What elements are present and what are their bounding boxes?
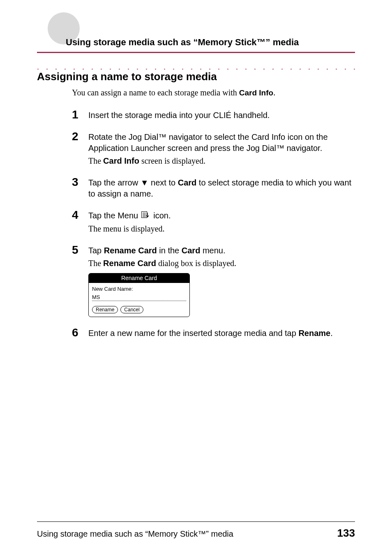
t: in the (157, 246, 182, 255)
step-4-sub: The menu is displayed. (88, 223, 171, 234)
step-2: 2 Rotate the Jog Dial™ navigator to sele… (72, 132, 355, 167)
step-body: Tap the arrow ▼ next to Card to select s… (88, 177, 355, 199)
rename-card-dialog: Rename Card New Card Name: MS Rename Can… (88, 273, 190, 317)
intro-bold: Card Info (239, 88, 273, 97)
t: Tap the arrow ▼ next to (88, 178, 178, 187)
step-body: Enter a new name for the inserted storag… (88, 328, 333, 339)
step-1: 1 Insert the storage media into your CLI… (72, 110, 355, 121)
menu-icon (141, 211, 150, 222)
t: menu. (200, 246, 225, 255)
step-number: 4 (72, 209, 81, 234)
step-body: Tap Rename Card in the Card menu. The Re… (88, 245, 236, 317)
t: Card (182, 246, 201, 255)
intro-text: You can assign a name to each storage me… (72, 88, 355, 97)
new-card-name-input[interactable]: MS (92, 294, 186, 301)
new-card-name-label: New Card Name: (92, 285, 186, 293)
page-number: 133 (337, 527, 355, 540)
step-1-text: Insert the storage media into your CLIÉ … (88, 111, 270, 120)
t: Card Info (103, 156, 139, 165)
footer-text: Using storage media such as “Memory Stic… (37, 529, 233, 539)
intro-post: . (273, 88, 275, 97)
step-4: 4 Tap the Menu icon. The menu is display… (72, 210, 355, 234)
t: Enter a new name for the inserted storag… (88, 329, 298, 338)
step-2-sub: The Card Info screen is displayed. (88, 155, 355, 167)
breadcrumb: Using storage media such as “Memory Stic… (37, 37, 355, 48)
t: Tap the Menu (88, 211, 141, 220)
step-3: 3 Tap the arrow ▼ next to Card to select… (72, 177, 355, 199)
t: The (88, 156, 103, 165)
step-number: 3 (72, 176, 81, 199)
step-body: Insert the storage media into your CLIÉ … (88, 110, 270, 121)
header-divider (37, 52, 355, 53)
t: Rename (298, 329, 330, 338)
t: The (88, 259, 103, 268)
t: icon. (151, 211, 171, 220)
dialog-title: Rename Card (89, 273, 189, 283)
t: Rename Card (103, 259, 156, 268)
step-5-sub: The Rename Card dialog box is displayed. (88, 258, 236, 269)
step-body: Tap the Menu icon. The menu is displayed… (88, 210, 171, 234)
step-body: Rotate the Jog Dial™ navigator to select… (88, 132, 355, 167)
t: dialog box is displayed. (156, 259, 236, 268)
intro-pre: You can assign a name to each storage me… (72, 88, 239, 97)
step-number: 2 (72, 131, 81, 167)
t: Card (178, 178, 197, 187)
step-number: 6 (72, 327, 81, 339)
step-5: 5 Tap Rename Card in the Card menu. The … (72, 245, 355, 317)
step-number: 5 (72, 244, 81, 317)
page-footer: Using storage media such as “Memory Stic… (37, 521, 355, 540)
step-2-text: Rotate the Jog Dial™ navigator to select… (88, 132, 328, 153)
t: . (330, 329, 333, 338)
step-number: 1 (72, 109, 81, 121)
rename-button[interactable]: Rename (92, 306, 118, 313)
dotted-divider: . . . . . . . . . . . . . . . . . . . . … (37, 65, 355, 70)
t: Tap (88, 246, 104, 255)
step-6: 6 Enter a new name for the inserted stor… (72, 328, 355, 339)
cancel-button[interactable]: Cancel (120, 306, 143, 313)
section-title: Assigning a name to storage media (37, 70, 355, 83)
t: Rename Card (104, 246, 157, 255)
t: screen is displayed. (139, 156, 205, 165)
